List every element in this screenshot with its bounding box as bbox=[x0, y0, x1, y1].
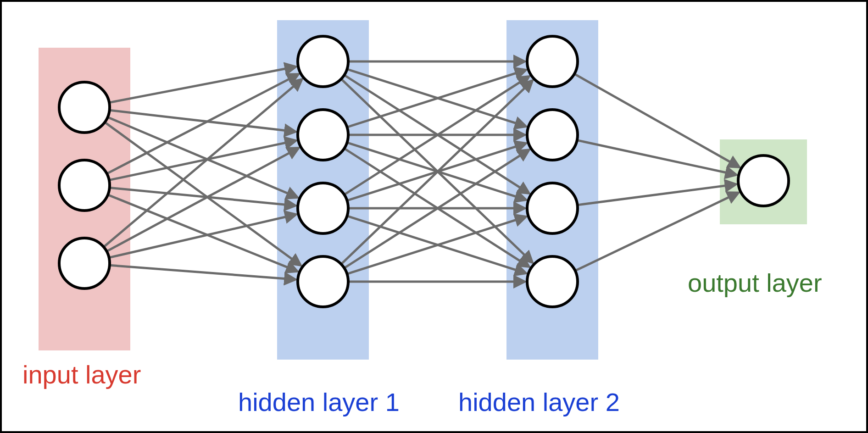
node-input-0 bbox=[59, 82, 110, 133]
node-input-2 bbox=[59, 238, 110, 289]
label-input-layer: input layer bbox=[22, 360, 141, 389]
node-hidden1-2 bbox=[298, 183, 348, 233]
node-hidden1-1 bbox=[298, 110, 348, 160]
edge bbox=[110, 265, 295, 279]
edge bbox=[110, 110, 295, 132]
edge bbox=[105, 122, 300, 265]
node-hidden2-2 bbox=[527, 183, 578, 233]
node-hidden2-3 bbox=[527, 256, 578, 307]
node-hidden1-3 bbox=[298, 256, 348, 307]
node-hidden2-0 bbox=[527, 36, 578, 87]
diagram-frame: input layer hidden layer 1 hidden layer … bbox=[0, 0, 868, 433]
node-hidden2-1 bbox=[527, 110, 578, 160]
edge bbox=[108, 195, 297, 272]
node-hidden1-0 bbox=[298, 36, 348, 87]
edge bbox=[107, 74, 298, 174]
edge bbox=[341, 81, 532, 264]
label-output-layer: output layer bbox=[688, 268, 822, 298]
edge bbox=[575, 193, 738, 271]
edge bbox=[110, 188, 295, 205]
label-hidden-layer-2: hidden layer 2 bbox=[458, 387, 620, 417]
label-hidden-layer-1: hidden layer 1 bbox=[238, 387, 400, 417]
node-input-1 bbox=[59, 160, 110, 211]
edge bbox=[574, 74, 739, 167]
edge bbox=[577, 140, 736, 175]
edge bbox=[578, 184, 736, 205]
edge bbox=[109, 67, 295, 103]
node-output-0 bbox=[738, 155, 789, 206]
